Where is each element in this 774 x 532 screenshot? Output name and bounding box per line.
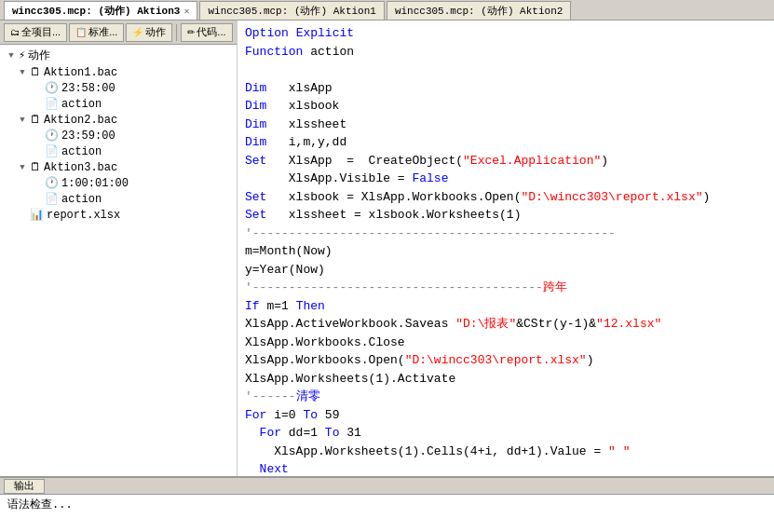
tab-aktion1[interactable]: wincc305.mcp: (动作) Aktion1	[199, 1, 384, 20]
code-line-5: Dim xlsbook	[245, 97, 767, 116]
code-line-7: Dim i,m,y,dd	[245, 133, 767, 152]
tab-aktion3[interactable]: wincc305.mcp: (动作) Aktion3 ✕	[4, 1, 197, 20]
tree-aktion1-time-label: 23:58:00	[61, 82, 115, 95]
code-line-12: '---------------------------------------…	[245, 225, 767, 243]
code-button[interactable]: ✏ 代码...	[181, 23, 232, 42]
standard-button[interactable]: 📋 标准...	[69, 23, 124, 42]
bottom-panel: 输出 语法检查...	[0, 476, 774, 532]
tree-clock-icon: 🕐	[45, 81, 59, 95]
code-line-2: Function action	[245, 43, 767, 61]
code-line-15: '---------------------------------------…	[245, 279, 767, 297]
tab-aktion3-close[interactable]: ✕	[183, 6, 189, 17]
output-tab-label: 输出	[14, 479, 34, 493]
action-button[interactable]: ⚡ 动作	[126, 23, 172, 42]
tree-aktion3-action[interactable]: 📄 action	[0, 191, 237, 207]
left-panel: 🗂 全项目... 📋 标准... ⚡ 动作 ✏ 代码... ▼	[0, 20, 238, 476]
code-line-13: m=Month(Now)	[245, 242, 767, 261]
code-line-8: Set XlsApp = CreateObject("Excel.Applica…	[245, 152, 767, 171]
tree-report[interactable]: 📊 report.xlsx	[0, 207, 237, 223]
tree-report-label: report.xlsx	[47, 209, 120, 222]
tree-view[interactable]: ▼ ⚡ 动作 ▼ 🗒 Aktion1.bac 🕐 23:58:00 📄	[0, 45, 237, 476]
tree-aktion2-action-label: action	[61, 145, 102, 158]
output-tab[interactable]: 输出	[4, 479, 45, 494]
code-line-24: XlsApp.Worksheets(1).Cells(4+i, dd+1).Va…	[245, 443, 767, 461]
bottom-content: 语法检查...	[0, 495, 774, 532]
tab-aktion1-label: wincc305.mcp: (动作) Aktion1	[208, 4, 375, 18]
tree-aktion2-icon: 🗒	[30, 113, 41, 127]
project-button[interactable]: 🗂 全项目...	[4, 23, 67, 42]
code-line-3	[245, 61, 767, 79]
tab-aktion3-label: wincc305.mcp: (动作) Aktion3	[12, 4, 180, 18]
action-label: 动作	[145, 25, 166, 39]
action-icon: ⚡	[132, 27, 143, 37]
tree-aktion1-action[interactable]: 📄 action	[0, 96, 237, 112]
standard-icon: 📋	[75, 27, 87, 37]
tree-aktion3-icon: 🗒	[30, 160, 41, 174]
code-line-1: Option Explicit	[245, 24, 767, 43]
tab-aktion2[interactable]: wincc305.mcp: (动作) Aktion2	[387, 1, 571, 20]
code-line-9: XlsApp.Visible = False	[245, 170, 767, 188]
tree-aktion3[interactable]: ▼ 🗒 Aktion3.bac	[0, 159, 237, 175]
tree-root-expander[interactable]: ▼	[4, 51, 19, 61]
code-line-21: '------清零	[245, 388, 767, 406]
tree-action3-icon: 📄	[45, 192, 59, 206]
tree-aktion3-time-label: 1:00:01:00	[61, 177, 129, 190]
tree-aktion3-expander[interactable]: ▼	[15, 163, 30, 172]
code-line-14: y=Year(Now)	[245, 261, 767, 280]
tree-aktion3-time[interactable]: 🕐 1:00:01:00	[0, 175, 237, 191]
tree-root-label: 动作	[28, 48, 50, 63]
code-line-11: Set xlssheet = xlsbook.Worksheets(1)	[245, 206, 767, 225]
tree-aktion1-time[interactable]: 🕐 23:58:00	[0, 80, 237, 96]
code-line-18: XlsApp.Workbooks.Close	[245, 334, 767, 352]
toolbar-separator	[176, 24, 177, 41]
tree-report-icon: 📊	[30, 208, 44, 222]
code-line-22: For i=0 To 59	[245, 406, 767, 425]
tab-aktion2-label: wincc305.mcp: (动作) Aktion2	[395, 4, 563, 18]
bottom-tabs: 输出	[0, 478, 774, 495]
code-panel[interactable]: Option Explicit Function action Dim xlsA…	[238, 20, 774, 476]
tree-aktion2-time[interactable]: 🕐 23:59:00	[0, 128, 237, 143]
tree-aktion3-label: Aktion3.bac	[44, 161, 117, 174]
code-line-6: Dim xlssheet	[245, 116, 767, 134]
tree-action1-icon: 📄	[45, 97, 59, 111]
code-icon: ✏	[187, 27, 195, 37]
tree-aktion1-action-label: action	[61, 98, 102, 111]
code-line-19: XlsApp.Workbooks.Open("D:\wincc303\repor…	[245, 351, 767, 370]
code-line-10: Set xlsbook = XlsApp.Workbooks.Open("D:\…	[245, 188, 767, 207]
code-line-17: XlsApp.ActiveWorkbook.Saveas "D:\报表"&CSt…	[245, 315, 767, 334]
tree-aktion2[interactable]: ▼ 🗒 Aktion2.bac	[0, 112, 237, 128]
tab-bar: wincc305.mcp: (动作) Aktion3 ✕ wincc305.mc…	[0, 0, 774, 20]
code-line-20: XlsApp.Worksheets(1).Activate	[245, 370, 767, 389]
tree-aktion2-expander[interactable]: ▼	[15, 116, 30, 125]
code-line-23: For dd=1 To 31	[245, 424, 767, 443]
tree-clock3-icon: 🕐	[45, 176, 59, 190]
code-line-4: Dim xlsApp	[245, 79, 767, 98]
main-content: 🗂 全项目... 📋 标准... ⚡ 动作 ✏ 代码... ▼	[0, 20, 774, 476]
code-label: 代码...	[197, 25, 225, 39]
project-label: 全项目...	[21, 25, 61, 39]
standard-label: 标准...	[88, 25, 117, 39]
tree-root[interactable]: ▼ ⚡ 动作	[0, 47, 237, 64]
tree-aktion2-action[interactable]: 📄 action	[0, 143, 237, 159]
tree-aktion1-expander[interactable]: ▼	[15, 68, 30, 77]
tree-clock2-icon: 🕐	[45, 129, 59, 143]
tree-aktion1[interactable]: ▼ 🗒 Aktion1.bac	[0, 64, 237, 80]
tree-action2-icon: 📄	[45, 144, 59, 158]
tree-aktion3-action-label: action	[61, 193, 102, 206]
project-icon: 🗂	[10, 27, 20, 37]
toolbar: 🗂 全项目... 📋 标准... ⚡ 动作 ✏ 代码...	[0, 20, 237, 45]
tree-root-icon: ⚡	[19, 48, 25, 62]
tree-aktion1-icon: 🗒	[30, 65, 41, 79]
syntax-check-text: 语法检查...	[7, 498, 73, 512]
tree-aktion2-time-label: 23:59:00	[61, 130, 115, 143]
tree-aktion1-label: Aktion1.bac	[44, 66, 117, 79]
code-line-16: If m=1 Then	[245, 297, 767, 316]
tree-aktion2-label: Aktion2.bac	[44, 114, 117, 127]
code-line-25: Next	[245, 460, 767, 476]
